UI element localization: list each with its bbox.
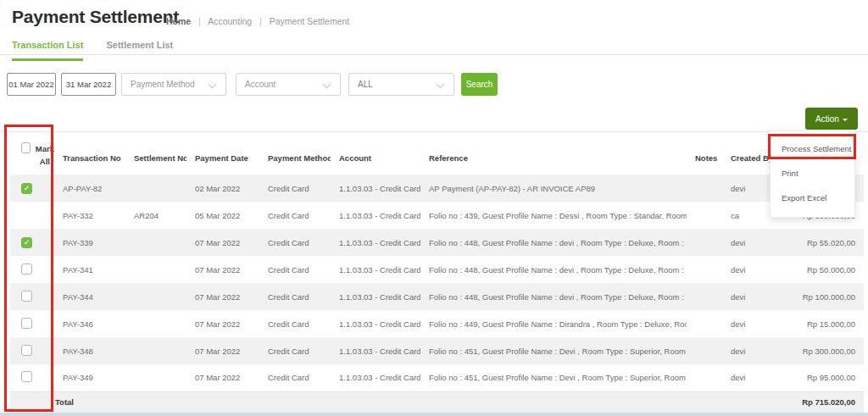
menu-item-export-excel[interactable]: Export Excel (771, 186, 854, 210)
cell-created-by: devi (722, 364, 780, 391)
status-select[interactable]: ALL (348, 73, 454, 96)
tab-settlement-list[interactable]: Settlement List (106, 40, 173, 58)
cell-account: 1.1.03.03 - Credit Card (331, 229, 420, 256)
cell-payment-method: Credit Card (259, 202, 331, 229)
action-button[interactable]: Action (805, 108, 858, 130)
cell-notes (687, 337, 722, 364)
cell-notes (687, 175, 722, 202)
cell-settlement-no (125, 283, 186, 310)
row-checkbox[interactable]: ✓ (21, 237, 32, 248)
row-checkbox[interactable] (21, 291, 32, 302)
cell-created-by: devi (722, 337, 780, 364)
cell-checkbox (10, 256, 54, 283)
account-select-value: Account (245, 80, 275, 89)
cell-created-by: devi (722, 283, 780, 310)
row-checkbox[interactable] (21, 263, 32, 275)
chevron-down-icon (437, 80, 445, 89)
menu-item-process-settlement[interactable]: Process Settlement (771, 136, 854, 161)
payment-settlement-page: Payment Settlement Home | Accounting | P… (0, 0, 868, 416)
cell-payment-date: 07 Mar 2022 (186, 283, 259, 310)
cell-account: 1.1.03.03 - Credit Card (331, 364, 420, 391)
cell-reference: Folio no : 449, Guest Profile Name : Dir… (420, 310, 687, 337)
cell-account: 1.1.03.03 - Credit Card (331, 202, 420, 229)
action-button-label: Action (815, 114, 839, 124)
breadcrumb: Home | Accounting | Payment Settlement (166, 16, 349, 26)
tab-bar: Transaction List Settlement List (12, 40, 193, 61)
cell-amount: Rp 95.000,00 (780, 364, 864, 391)
action-menu: Process SettlementPrintExport Excel (770, 130, 855, 218)
cell-checkbox (10, 283, 54, 310)
cell-settlement-no (125, 364, 186, 391)
table-row: PAY-341 07 Mar 2022 Credit Card 1.1.03.0… (10, 256, 864, 283)
table-header-row: Mark All Transaction No Settlement No Pa… (10, 132, 864, 175)
payment-method-select[interactable]: Payment Method (121, 73, 226, 96)
status-select-value: ALL (358, 80, 373, 89)
transactions-table: Mark All Transaction No Settlement No Pa… (10, 132, 864, 413)
cell-payment-method: Credit Card (259, 337, 331, 364)
date-to-input[interactable] (61, 73, 116, 96)
col-payment-method: Payment Method (259, 132, 331, 175)
cell-amount: Rp 15.000,00 (780, 310, 864, 337)
page-title: Payment Settlement (12, 7, 179, 27)
table-row: PAY-349 07 Mar 2022 Credit Card 1.1.03.0… (10, 364, 864, 391)
table-row: PAY-346 07 Mar 2022 Credit Card 1.1.03.0… (10, 310, 864, 337)
cell-checkbox: ✓ (10, 175, 54, 202)
row-checkbox[interactable] (21, 345, 32, 356)
cell-notes (687, 202, 722, 229)
cell-amount: Rp 100.000,00 (780, 283, 864, 310)
tabs-divider (0, 54, 868, 55)
row-checkbox[interactable]: ✓ (21, 183, 32, 194)
total-label: Total (10, 391, 780, 413)
breadcrumb-home[interactable]: Home (166, 16, 191, 26)
cell-payment-method: Credit Card (259, 229, 331, 256)
cell-payment-date: 07 Mar 2022 (186, 256, 259, 283)
cell-transaction-no: PAY-344 (54, 283, 125, 310)
table-row: PAY-332 AR204 05 Mar 2022 Credit Card 1.… (10, 202, 864, 229)
cell-checkbox (10, 337, 54, 364)
cell-notes (687, 229, 722, 256)
row-checkbox[interactable] (21, 371, 32, 382)
col-settlement-no: Settlement No (125, 132, 186, 175)
total-amount: Rp 715.020,00 (780, 391, 864, 413)
tab-transaction-list[interactable]: Transaction List (12, 40, 83, 61)
cell-notes (687, 310, 722, 337)
cell-notes (687, 364, 722, 391)
cell-notes (687, 256, 722, 283)
cell-settlement-no (125, 229, 186, 256)
cell-transaction-no: PAY-348 (54, 337, 125, 364)
breadcrumb-current: Payment Settlement (270, 16, 350, 26)
cell-reference: Folio no : 448, Guest Profile Name : dev… (420, 229, 687, 256)
cell-checkbox (10, 364, 54, 391)
account-select[interactable]: Account (236, 73, 341, 96)
chevron-down-icon (323, 80, 331, 89)
cell-settlement-no (125, 310, 186, 337)
cell-settlement-no: AR204 (125, 202, 186, 229)
cell-account: 1.1.03.03 - Credit Card (331, 310, 420, 337)
cell-reference: Folio no : 451, Guest Profile Name : Dev… (420, 364, 687, 391)
cell-settlement-no (125, 337, 186, 364)
cell-checkbox: ✓ (10, 229, 54, 256)
menu-item-print[interactable]: Print (771, 161, 854, 186)
table-row: ✓ AP-PAY-82 02 Mar 2022 Credit Card 1.1.… (10, 175, 864, 202)
mark-all-checkbox[interactable] (21, 142, 31, 153)
cell-created-by: devi (722, 310, 780, 337)
date-from-input[interactable] (7, 73, 56, 96)
mark-all-label-line1: Mark (36, 142, 54, 155)
row-checkbox[interactable] (21, 318, 32, 329)
cell-settlement-no (125, 256, 186, 283)
cell-payment-method: Credit Card (259, 256, 331, 283)
cell-payment-method: Credit Card (259, 175, 331, 202)
search-button[interactable]: Search (461, 73, 498, 96)
cell-reference: AP Payment (AP-PAY-82) - AR INVOICE AP89 (420, 175, 687, 202)
breadcrumb-accounting[interactable]: Accounting (208, 16, 252, 26)
cell-transaction-no: PAY-346 (54, 310, 125, 337)
cell-payment-date: 07 Mar 2022 (186, 364, 259, 391)
col-account: Account (331, 132, 420, 175)
cell-payment-date: 07 Mar 2022 (186, 229, 259, 256)
cell-payment-date: 07 Mar 2022 (186, 337, 259, 364)
horizontal-scrollbar[interactable] (0, 413, 868, 416)
breadcrumb-separator: | (259, 16, 262, 26)
cell-created-by: devi (722, 229, 780, 256)
cell-checkbox (10, 310, 54, 337)
cell-amount: Rp 55.020,00 (780, 229, 864, 256)
